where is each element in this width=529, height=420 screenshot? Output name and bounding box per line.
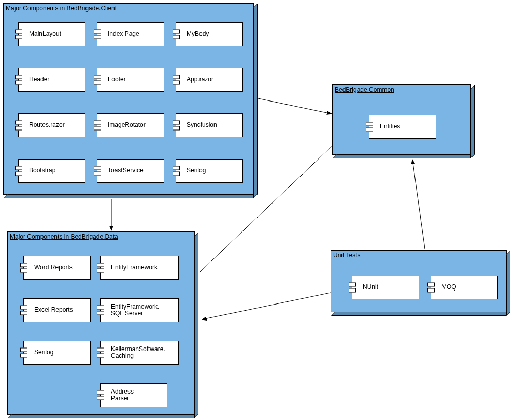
- component-efsqlserver: EntityFramework. SQL Server: [100, 298, 179, 322]
- component-label: MainLayout: [29, 31, 83, 37]
- component-nunit: NUnit: [352, 276, 419, 299]
- component-label: Header: [29, 76, 83, 83]
- component-mybody: MyBody: [176, 22, 243, 46]
- component-label: Word Reports: [34, 264, 88, 271]
- component-label: MyBody: [187, 31, 240, 37]
- component-label: MOQ: [441, 284, 495, 291]
- container-client: Major Components in BedBrigade.Client Ma…: [3, 3, 254, 195]
- component-label: KellermanSoftware. Caching: [111, 346, 176, 359]
- component-apprazor: App.razor: [176, 68, 243, 92]
- component-label: App.razor: [187, 76, 240, 83]
- component-indexpage: Index Page: [97, 22, 164, 46]
- component-footer: Footer: [97, 68, 164, 92]
- component-mainlayout: MainLayout: [18, 22, 85, 46]
- component-bootstrap: Bootstrap: [18, 159, 85, 183]
- component-excelreports: Excel Reports: [23, 298, 91, 322]
- component-label: EntityFramework: [111, 264, 176, 271]
- component-syncfusion: Syncfusion: [176, 113, 243, 137]
- component-label: Address Parser: [111, 388, 165, 402]
- component-imagerotator: ImageRotator: [97, 113, 164, 137]
- component-label: Bootstrap: [29, 167, 83, 174]
- component-toastservice: ToastService: [97, 159, 164, 183]
- component-label: Serilog: [187, 167, 240, 174]
- component-header: Header: [18, 68, 85, 92]
- container-common: BedBrigade.Common Entities: [332, 84, 471, 155]
- component-moq: MOQ: [431, 276, 498, 299]
- container-tests: Unit Tests NUnit MOQ: [331, 250, 507, 312]
- component-addressparser: Address Parser: [100, 383, 167, 407]
- component-label: ImageRotator: [108, 122, 162, 128]
- component-label: Footer: [108, 76, 162, 83]
- component-label: EntityFramework. SQL Server: [111, 303, 176, 317]
- component-label: NUnit: [363, 284, 417, 291]
- component-entities: Entities: [369, 115, 436, 139]
- component-entityframework: EntityFramework: [100, 256, 179, 280]
- component-label: Syncfusion: [187, 122, 240, 128]
- component-label: Serilog: [34, 349, 88, 356]
- container-common-title: BedBrigade.Common: [335, 86, 394, 93]
- component-serilog-client: Serilog: [176, 159, 243, 183]
- component-label: Index Page: [108, 31, 162, 37]
- component-routesrazor: Routes.razor: [18, 113, 85, 137]
- container-client-title: Major Components in BedBrigade.Client: [6, 5, 117, 12]
- svg-line-0: [258, 98, 332, 114]
- component-label: ToastService: [108, 167, 162, 174]
- svg-line-3: [202, 293, 331, 320]
- component-kellermancaching: KellermanSoftware. Caching: [100, 341, 179, 365]
- component-serilog-data: Serilog: [23, 341, 91, 365]
- component-label: Routes.razor: [29, 122, 83, 128]
- svg-line-4: [412, 160, 425, 249]
- component-label: Entities: [380, 123, 434, 130]
- container-tests-title: Unit Tests: [333, 252, 360, 259]
- component-wordreports: Word Reports: [23, 256, 91, 280]
- container-data-title: Major Components in BedBrigade.Data: [10, 233, 118, 240]
- container-data: Major Components in BedBrigade.Data Word…: [7, 231, 195, 415]
- component-label: Excel Reports: [34, 307, 88, 313]
